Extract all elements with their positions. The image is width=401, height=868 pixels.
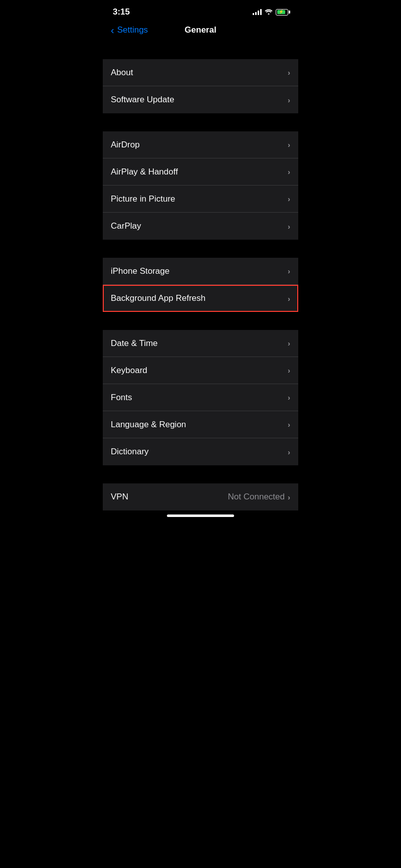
chevron-vpn-icon: › <box>288 493 290 501</box>
page-title: General <box>184 25 216 35</box>
settings-item-vpn[interactable]: VPN Not Connected › <box>103 483 298 510</box>
home-indicator <box>103 510 298 520</box>
settings-item-language-region[interactable]: Language & Region › <box>103 411 298 438</box>
settings-group-4: Date & Time › Keyboard › Fonts › Languag… <box>103 330 298 465</box>
section-gap-2 <box>103 113 298 131</box>
signal-icon <box>253 9 262 15</box>
software-update-label: Software Update <box>111 95 174 105</box>
chevron-dictionary-icon: › <box>288 448 290 456</box>
back-button[interactable]: ‹ Settings <box>111 25 148 35</box>
settings-item-fonts[interactable]: Fonts › <box>103 384 298 411</box>
language-region-label: Language & Region <box>111 420 186 430</box>
settings-item-airplay-handoff[interactable]: AirPlay & Handoff › <box>103 158 298 186</box>
airplay-handoff-label: AirPlay & Handoff <box>111 167 178 177</box>
section-gap-4 <box>103 312 298 330</box>
back-label: Settings <box>117 25 148 35</box>
chevron-background-app-refresh-icon: › <box>288 294 290 303</box>
settings-item-background-app-refresh[interactable]: Background App Refresh › <box>103 285 298 312</box>
chevron-date-time-icon: › <box>288 339 290 348</box>
chevron-about-icon: › <box>288 68 290 77</box>
settings-item-iphone-storage[interactable]: iPhone Storage › <box>103 258 298 285</box>
chevron-airdrop-icon: › <box>288 140 290 149</box>
settings-item-keyboard[interactable]: Keyboard › <box>103 357 298 384</box>
status-icons: ⚡ <box>253 9 288 16</box>
about-label: About <box>111 68 133 78</box>
section-gap-3 <box>103 240 298 258</box>
home-bar <box>167 514 234 517</box>
settings-item-about[interactable]: About › <box>103 59 298 86</box>
back-chevron-icon: ‹ <box>111 25 114 35</box>
vpn-label: VPN <box>111 492 128 502</box>
battery-icon: ⚡ <box>276 9 288 16</box>
settings-item-software-update[interactable]: Software Update › <box>103 86 298 113</box>
settings-item-airdrop[interactable]: AirDrop › <box>103 131 298 158</box>
chevron-pip-icon: › <box>288 195 290 203</box>
settings-group-2: AirDrop › AirPlay & Handoff › Picture in… <box>103 131 298 240</box>
settings-item-picture-in-picture[interactable]: Picture in Picture › <box>103 186 298 213</box>
chevron-iphone-storage-icon: › <box>288 267 290 275</box>
chevron-airplay-handoff-icon: › <box>288 167 290 176</box>
keyboard-label: Keyboard <box>111 366 147 376</box>
chevron-software-update-icon: › <box>288 96 290 104</box>
settings-group-3: iPhone Storage › Background App Refresh … <box>103 258 298 312</box>
chevron-language-region-icon: › <box>288 420 290 429</box>
settings-group-1: About › Software Update › <box>103 59 298 113</box>
settings-item-carplay[interactable]: CarPlay › <box>103 213 298 240</box>
chevron-fonts-icon: › <box>288 393 290 402</box>
background-app-refresh-label: Background App Refresh <box>111 293 206 303</box>
status-bar: 3:15 ⚡ <box>103 0 298 21</box>
settings-item-dictionary[interactable]: Dictionary › <box>103 438 298 465</box>
chevron-keyboard-icon: › <box>288 366 290 375</box>
iphone-storage-label: iPhone Storage <box>111 266 169 276</box>
nav-bar: ‹ Settings General <box>103 21 298 41</box>
carplay-label: CarPlay <box>111 221 141 231</box>
chevron-carplay-icon: › <box>288 222 290 231</box>
picture-in-picture-label: Picture in Picture <box>111 194 175 204</box>
settings-group-5: VPN Not Connected › <box>103 483 298 510</box>
dictionary-label: Dictionary <box>111 447 149 457</box>
fonts-label: Fonts <box>111 393 132 403</box>
status-time: 3:15 <box>113 7 130 17</box>
section-gap-1 <box>103 41 298 59</box>
settings-item-date-time[interactable]: Date & Time › <box>103 330 298 357</box>
wifi-icon <box>265 9 273 16</box>
airdrop-label: AirDrop <box>111 140 140 150</box>
date-time-label: Date & Time <box>111 338 158 349</box>
section-gap-5 <box>103 465 298 483</box>
vpn-value: Not Connected <box>228 492 285 502</box>
